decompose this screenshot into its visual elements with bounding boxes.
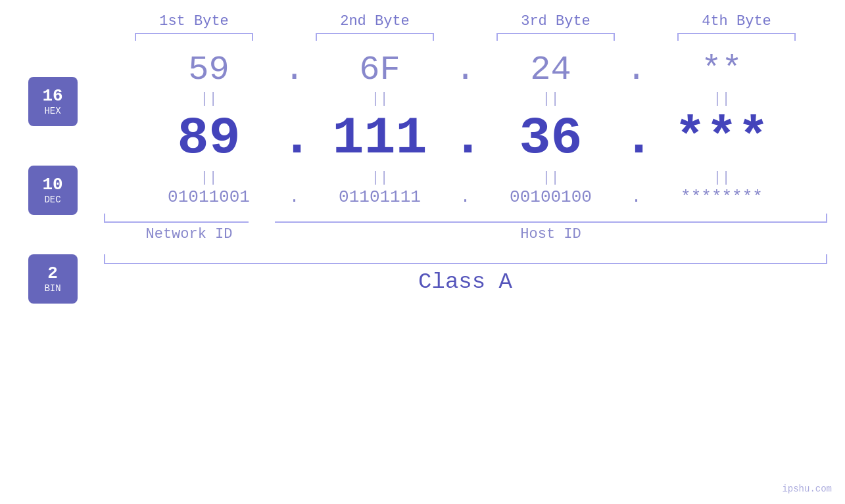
dec-byte-4: *** <box>650 108 794 168</box>
eq-2: || <box>308 91 452 107</box>
eq-5: || <box>137 170 281 186</box>
id-brackets <box>104 214 827 223</box>
bin-row: 01011001 . 01101111 . 00100100 . *******… <box>104 187 827 207</box>
dec-dot-2: . <box>452 108 479 168</box>
bin-byte-3: 00100100 <box>479 187 623 207</box>
dec-badge: 10 DEC <box>28 166 78 215</box>
hex-byte-2: 6F <box>308 51 452 89</box>
host-bracket-right <box>275 214 827 223</box>
byte-headers: 1st Byte 2nd Byte 3rd Byte 4th Byte <box>104 13 827 30</box>
watermark: ipshu.com <box>782 484 832 494</box>
bin-byte-4: ******** <box>650 187 794 207</box>
hex-byte-1: 59 <box>137 51 281 89</box>
hex-dot-1: . <box>281 51 308 89</box>
bracket-2 <box>316 33 434 41</box>
equals-row-1: || || || || <box>104 91 827 107</box>
bin-dot-1: . <box>281 187 308 207</box>
bin-byte-2: 01101111 <box>308 187 452 207</box>
eq-1: || <box>137 91 281 107</box>
bin-badge-number: 2 <box>47 264 58 283</box>
bracket-4 <box>677 33 796 41</box>
class-bracket <box>104 254 827 264</box>
eq-4: || <box>650 91 794 107</box>
hex-byte-4: ** <box>650 51 794 89</box>
hex-byte-3: 24 <box>479 51 623 89</box>
bin-badge-text: BIN <box>44 283 60 294</box>
bracket-1 <box>135 33 253 41</box>
equals-row-2: || || || || <box>104 170 827 186</box>
byte-header-4: 4th Byte <box>671 13 802 30</box>
hex-badge: 16 HEX <box>28 77 78 126</box>
class-bracket-container: Class A <box>104 254 827 294</box>
eq-7: || <box>479 170 623 186</box>
dec-dot-1: . <box>281 108 308 168</box>
host-id-label: Host ID <box>275 226 827 242</box>
dec-byte-2: 111 <box>308 108 452 168</box>
dec-row: 89 . 111 . 36 . *** <box>104 108 827 168</box>
byte-header-3: 3rd Byte <box>490 13 621 30</box>
eq-3: || <box>479 91 623 107</box>
dec-badge-number: 10 <box>42 175 62 195</box>
dec-byte-1: 89 <box>137 108 281 168</box>
bin-dot-2: . <box>452 187 479 207</box>
eq-8: || <box>650 170 794 186</box>
network-id-label: Network ID <box>104 226 275 242</box>
main-container: 1st Byte 2nd Byte 3rd Byte 4th Byte 16 H… <box>0 0 845 504</box>
hex-dot-2: . <box>452 51 479 89</box>
byte-header-1: 1st Byte <box>128 13 260 30</box>
class-label: Class A <box>104 269 827 294</box>
byte-header-2: 2nd Byte <box>309 13 441 30</box>
dec-byte-3: 36 <box>479 108 623 168</box>
hex-badge-number: 16 <box>42 87 62 106</box>
bin-badge: 2 BIN <box>28 254 78 304</box>
eq-6: || <box>308 170 452 186</box>
bracket-3 <box>496 33 615 41</box>
id-labels: Network ID Host ID <box>104 226 827 242</box>
ip-grid: 59 . 6F . 24 . ** || || || || 89 <box>85 51 845 294</box>
badges-column: 16 HEX 10 DEC 2 BIN <box>0 77 85 304</box>
dec-dot-3: . <box>623 108 650 168</box>
dec-badge-text: DEC <box>44 195 60 205</box>
hex-dot-3: . <box>623 51 650 89</box>
bin-byte-1: 01011001 <box>137 187 281 207</box>
bin-dot-3: . <box>623 187 650 207</box>
network-bracket-left <box>104 214 249 223</box>
hex-row: 59 . 6F . 24 . ** <box>104 51 827 89</box>
hex-badge-text: HEX <box>44 106 60 116</box>
